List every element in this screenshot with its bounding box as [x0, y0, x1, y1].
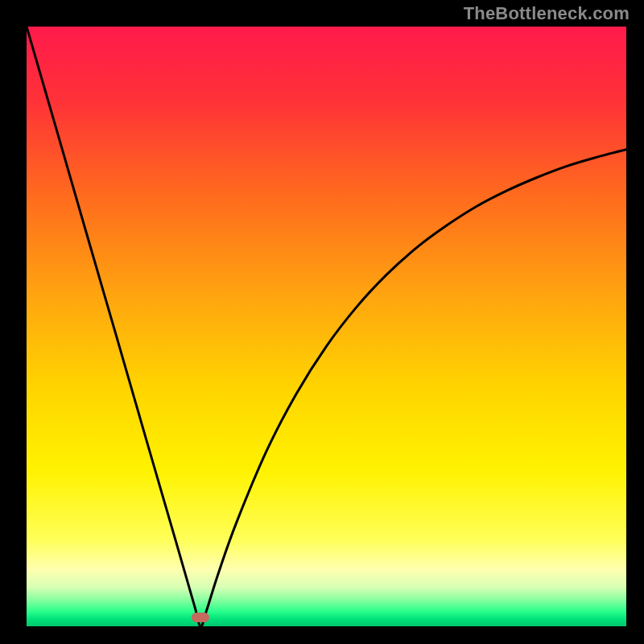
plot-area [27, 27, 626, 626]
chart-frame: TheBottleneck.com [0, 0, 644, 644]
watermark-text: TheBottleneck.com [464, 3, 630, 24]
ideal-point-marker [192, 613, 209, 622]
bottleneck-curve [27, 27, 626, 626]
